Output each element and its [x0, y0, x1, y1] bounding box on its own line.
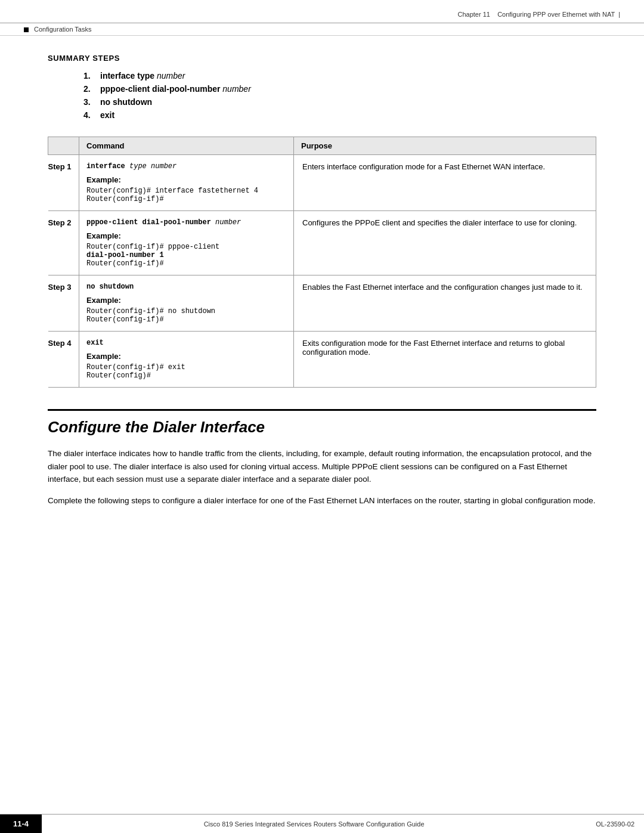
table-header-command: Command: [79, 137, 294, 155]
cmd-bold: pppoe-client dial-pool-number: [86, 218, 211, 227]
step-text: pppoe-client dial-pool-number number: [100, 84, 251, 94]
page-header: Chapter 11 Configuring PPP over Ethernet…: [0, 0, 644, 23]
footer-doc-number: OL-23590-02: [586, 816, 644, 832]
bold-example-line: dial-pool-number 1: [86, 251, 164, 259]
cmd-cell: no shutdown Example: Router(config-if)# …: [79, 275, 294, 332]
list-item: 1. interface type number: [83, 71, 596, 80]
section-body: The dialer interface indicates how to ha…: [48, 447, 596, 507]
table-row: Step 1 interface type number Example: Ro…: [48, 155, 596, 211]
purpose-cell: Enables the Fast Ethernet interface and …: [294, 275, 596, 332]
list-item: 3. no shutdown: [83, 97, 596, 107]
example-label: Example:: [86, 175, 286, 184]
step-text: interface type number: [100, 71, 185, 80]
example-code: Router(config-if)# pppoe-client dial-poo…: [86, 243, 286, 268]
purpose-cell: Enters interface configuration mode for …: [294, 155, 596, 211]
table-row: Step 4 exit Example: Router(config-if)# …: [48, 332, 596, 388]
cmd-bold: interface: [86, 162, 125, 171]
list-item: 4. exit: [83, 110, 596, 120]
breadcrumb-bar: Configuration Tasks: [0, 23, 644, 36]
example-label: Example:: [86, 352, 286, 361]
step-num: 2.: [83, 84, 95, 94]
step-num: 4.: [83, 110, 95, 120]
footer-title: Cisco 819 Series Integrated Services Rou…: [42, 820, 586, 828]
example-code: Router(config)# interface fastethernet 4…: [86, 187, 286, 203]
table-header-purpose: Purpose: [294, 137, 596, 155]
summary-steps-title: SUMMARY STEPS: [48, 54, 596, 63]
command-text: interface type number: [86, 162, 286, 171]
footer-page-number: 11-4: [0, 815, 42, 833]
example-label: Example:: [86, 231, 286, 240]
step-label: Step 4: [48, 332, 79, 388]
page-footer: 11-4 Cisco 819 Series Integrated Service…: [0, 814, 644, 833]
table-row: Step 2 pppoe-client dial-pool-number num…: [48, 211, 596, 275]
table-header-empty: [48, 137, 79, 155]
step-label: Step 3: [48, 275, 79, 332]
step-text: exit: [100, 110, 114, 120]
example-code: Router(config-if)# exit Router(config)#: [86, 363, 286, 380]
summary-steps-section: SUMMARY STEPS 1. interface type number 2…: [48, 54, 596, 120]
chapter-number: Chapter 11: [457, 11, 490, 18]
chapter-info: Chapter 11 Configuring PPP over Ethernet…: [457, 11, 620, 18]
list-item: 2. pppoe-client dial-pool-number number: [83, 84, 596, 94]
command-text: pppoe-client dial-pool-number number: [86, 218, 286, 227]
step-num: 3.: [83, 97, 95, 107]
table-row: Step 3 no shutdown Example: Router(confi…: [48, 275, 596, 332]
summary-steps-list: 1. interface type number 2. pppoe-client…: [48, 71, 596, 120]
step-label: Step 1: [48, 155, 79, 211]
cmd-cell: interface type number Example: Router(co…: [79, 155, 294, 211]
step-num: 1.: [83, 71, 95, 80]
command-text: exit: [86, 339, 286, 347]
cmd-cell: pppoe-client dial-pool-number number Exa…: [79, 211, 294, 275]
example-code: Router(config-if)# no shutdown Router(co…: [86, 307, 286, 324]
detail-table: Command Purpose Step 1 interface type nu…: [48, 137, 596, 388]
step-text: no shutdown: [100, 97, 152, 107]
breadcrumb: Configuration Tasks: [34, 26, 91, 33]
purpose-cell: Configures the PPPoE client and specifie…: [294, 211, 596, 275]
step-label: Step 2: [48, 211, 79, 275]
cmd-bold: exit: [86, 339, 104, 347]
section-title: Configure the Dialer Interface: [48, 409, 596, 436]
example-label: Example:: [86, 296, 286, 305]
breadcrumb-icon: [24, 27, 29, 32]
main-content: SUMMARY STEPS 1. interface type number 2…: [0, 36, 644, 533]
cmd-cell: exit Example: Router(config-if)# exit Ro…: [79, 332, 294, 388]
cmd-bold: no shutdown: [86, 283, 134, 291]
section-paragraph: Complete the following steps to configur…: [48, 494, 596, 507]
section-paragraph: The dialer interface indicates how to ha…: [48, 447, 596, 486]
purpose-cell: Exits configuration mode for the Fast Et…: [294, 332, 596, 388]
command-text: no shutdown: [86, 283, 286, 291]
chapter-title: Configuring PPP over Ethernet with NAT: [497, 11, 615, 18]
